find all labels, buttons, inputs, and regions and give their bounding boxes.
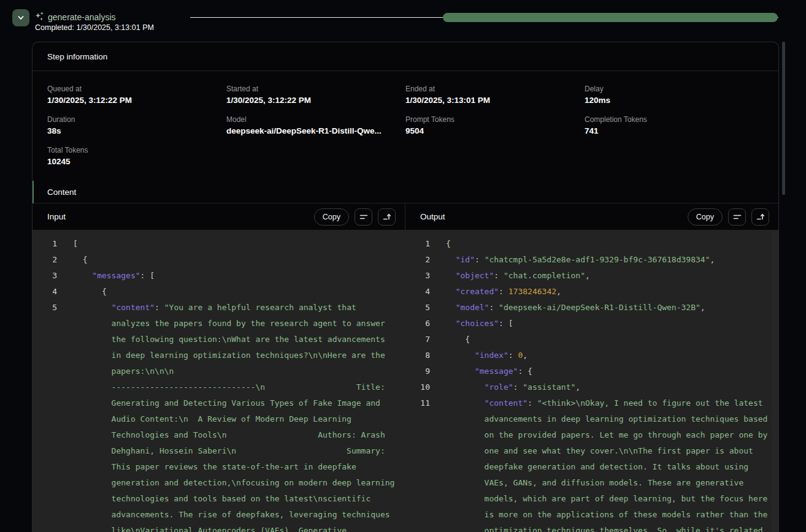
code-line: 3 "object": "chat.completion", bbox=[405, 268, 771, 284]
output-wrap-button[interactable] bbox=[728, 208, 746, 226]
code-line: 5 "content": "You are a helpful research… bbox=[33, 300, 397, 316]
code-line: ------------------------------\n Title: bbox=[33, 379, 397, 395]
step-title: generate-analysis bbox=[48, 12, 116, 22]
field-completion-tokens: Completion Tokens 741 bbox=[585, 115, 764, 135]
line-number: 4 bbox=[33, 284, 57, 300]
input-json-code: 1[2 {3 "messages": [4 {5 "content": "You… bbox=[33, 236, 397, 532]
code-line: VAEs, GANs, and diffusion models. These … bbox=[405, 475, 771, 491]
field-label: Prompt Tokens bbox=[405, 115, 585, 124]
field-label: Ended at bbox=[405, 85, 585, 93]
line-number bbox=[405, 411, 430, 427]
code-line: 7 { bbox=[405, 332, 771, 348]
field-value: 741 bbox=[585, 126, 764, 135]
code-line: optimization techniques themselves. So, … bbox=[405, 523, 771, 532]
line-number bbox=[405, 507, 430, 523]
code-line: 4 { bbox=[33, 284, 397, 300]
input-wrap-button[interactable] bbox=[355, 208, 372, 226]
code-line: technologies and tools based on the late… bbox=[33, 491, 397, 507]
code-line: 2 "id": "chatcmpl-5a5d2e8e-adf1-9329-bf9… bbox=[405, 252, 771, 268]
field-label: Total Tokens bbox=[47, 146, 226, 154]
line-number bbox=[33, 427, 57, 443]
output-code-editor[interactable]: 1{2 "id": "chatcmpl-5a5d2e8e-adf1-9329-b… bbox=[405, 230, 778, 532]
field-value: 1/30/2025, 3:13:01 PM bbox=[405, 96, 585, 105]
line-number bbox=[405, 491, 430, 507]
code-line: 4 "created": 1738246342, bbox=[405, 284, 771, 300]
line-number: 6 bbox=[405, 316, 430, 332]
output-scrollbar-track[interactable] bbox=[772, 230, 778, 532]
input-panel: Input Copy 1[2 {3 "messages": [4 {5 "con… bbox=[33, 203, 405, 532]
step-information-title: Step information bbox=[47, 52, 107, 61]
chevron-down-icon bbox=[17, 13, 25, 22]
code-line: models, which are part of deep learning,… bbox=[405, 491, 771, 507]
collapse-step-button[interactable] bbox=[12, 9, 29, 26]
input-expand-button[interactable] bbox=[378, 208, 396, 226]
code-line: in deep learning optimization techniques… bbox=[33, 348, 397, 363]
code-line: is more on the applications of these mod… bbox=[405, 507, 771, 523]
line-number bbox=[33, 363, 57, 379]
step-information-fields: Queued at 1/30/2025, 3:12:22 PM Started … bbox=[33, 71, 778, 181]
timeline-step-bar[interactable] bbox=[443, 13, 778, 22]
field-delay: Delay 120ms bbox=[585, 85, 764, 105]
line-number: 5 bbox=[405, 300, 430, 316]
code-line: analyzes the papers found by the researc… bbox=[33, 316, 397, 332]
expand-top-icon bbox=[756, 212, 766, 222]
code-line: Audio Content:\n A Review of Modern Deep… bbox=[33, 411, 397, 427]
line-number: 7 bbox=[405, 332, 430, 348]
field-value: deepseek-ai/DeepSeek-R1-Distill-Qwe... bbox=[226, 126, 405, 135]
line-number bbox=[405, 443, 430, 459]
line-number bbox=[405, 523, 430, 532]
output-panel: Output Copy 1{2 "id": "chatcmpl-5a5d2e8e… bbox=[405, 203, 778, 532]
line-number bbox=[33, 523, 57, 532]
field-value: 120ms bbox=[585, 96, 764, 105]
output-panel-title: Output bbox=[420, 212, 688, 221]
line-number bbox=[405, 475, 430, 491]
output-copy-button[interactable]: Copy bbox=[688, 208, 723, 226]
line-number bbox=[33, 348, 57, 363]
expand-top-icon bbox=[382, 212, 392, 222]
line-number: 10 bbox=[405, 379, 430, 395]
line-number: 1 bbox=[405, 236, 430, 252]
line-number bbox=[33, 332, 57, 348]
code-line: Generating and Detecting Various Types o… bbox=[33, 395, 397, 411]
line-number bbox=[33, 475, 57, 491]
line-number bbox=[33, 379, 57, 395]
line-number bbox=[33, 395, 57, 411]
line-number: 2 bbox=[405, 252, 430, 268]
field-ended-at: Ended at 1/30/2025, 3:13:01 PM bbox=[405, 85, 585, 105]
field-label: Model bbox=[226, 115, 405, 124]
code-line: Technologies and Tools\n Authors: Arash bbox=[33, 427, 397, 443]
code-line: 10 "role": "assistant", bbox=[405, 379, 771, 395]
code-line: 1{ bbox=[405, 236, 771, 252]
field-label: Completion Tokens bbox=[585, 115, 764, 124]
line-number bbox=[405, 427, 430, 443]
input-copy-button[interactable]: Copy bbox=[314, 208, 349, 226]
code-line: one and see what they cover.\n\nThe firs… bbox=[405, 443, 771, 459]
line-number bbox=[33, 411, 57, 427]
sparkles-icon bbox=[34, 11, 45, 24]
code-line: deepfake generation and detection. It ta… bbox=[405, 459, 771, 475]
field-label: Duration bbox=[47, 115, 226, 124]
code-line: 1[ bbox=[33, 236, 397, 252]
line-number: 1 bbox=[33, 236, 57, 252]
step-information-header: Step information bbox=[33, 42, 778, 71]
code-line: Dehghani, Hossein Saberi\n Summary: bbox=[33, 443, 397, 459]
line-number bbox=[33, 507, 57, 523]
field-label: Queued at bbox=[47, 85, 226, 93]
line-number bbox=[33, 316, 57, 332]
field-model: Model deepseek-ai/DeepSeek-R1-Distill-Qw… bbox=[226, 115, 405, 135]
field-value: 1/30/2025, 3:12:22 PM bbox=[226, 96, 405, 105]
input-output-split: Input Copy 1[2 {3 "messages": [4 {5 "con… bbox=[33, 203, 778, 532]
field-value: 38s bbox=[47, 126, 226, 135]
line-number bbox=[33, 491, 57, 507]
line-number: 3 bbox=[405, 268, 430, 284]
output-expand-button[interactable] bbox=[751, 208, 769, 226]
line-number: 8 bbox=[405, 348, 430, 363]
page-scrollbar-thumb[interactable] bbox=[782, 42, 785, 195]
code-line: 9 "message": { bbox=[405, 363, 771, 379]
wrap-lines-icon bbox=[732, 212, 742, 222]
code-line: advancements. The rise of deepfakes, lev… bbox=[33, 507, 397, 523]
code-line: This paper reviews the state-of-the-art … bbox=[33, 459, 397, 475]
content-section-header: Content bbox=[33, 181, 778, 203]
line-number: 4 bbox=[405, 284, 430, 300]
input-code-editor[interactable]: 1[2 {3 "messages": [4 {5 "content": "You… bbox=[33, 230, 405, 532]
